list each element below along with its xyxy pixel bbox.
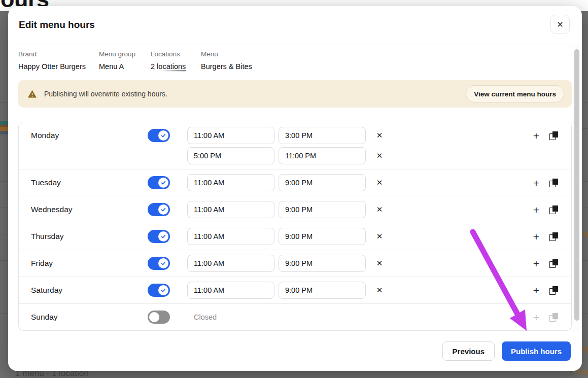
remove-slot-button[interactable]: ✕: [374, 231, 385, 242]
modal-title: Edit menu hours: [19, 19, 95, 30]
meta-value: Happy Otter Burgers: [18, 62, 99, 71]
add-slot-button[interactable]: +: [533, 258, 539, 269]
remove-icon: ✕: [376, 151, 383, 160]
view-current-menu-hours-button[interactable]: View current menu hours: [466, 85, 564, 102]
meta-label: Menu group: [99, 50, 151, 58]
end-time-input[interactable]: [279, 255, 366, 272]
toggle-cell: [148, 304, 170, 330]
row-actions: +: [533, 277, 571, 303]
toggle-check-icon: [158, 130, 168, 141]
row-actions: +: [533, 223, 571, 250]
day-enabled-toggle[interactable]: [148, 257, 170, 270]
copy-hours-button[interactable]: [549, 286, 558, 295]
copy-hours-button[interactable]: [549, 259, 558, 268]
day-enabled-toggle[interactable]: [148, 203, 170, 216]
copy-icon: [549, 259, 558, 268]
add-slot-button[interactable]: +: [533, 285, 539, 296]
add-slot-button[interactable]: +: [533, 204, 539, 215]
start-time-input[interactable]: [187, 282, 274, 299]
copy-hours-button[interactable]: [549, 205, 558, 214]
day-enabled-toggle[interactable]: [148, 129, 170, 142]
modal-footer: Previous Publish hours: [8, 331, 582, 371]
day-row-saturday: Saturday✕+: [19, 277, 571, 304]
locations-link[interactable]: 2 locations: [151, 62, 201, 71]
end-time-input[interactable]: [279, 228, 366, 245]
plus-icon: +: [533, 231, 539, 243]
plus-icon: +: [533, 258, 539, 269]
start-time-input[interactable]: [187, 127, 274, 144]
toggle-check-icon: [158, 231, 168, 242]
end-time-input[interactable]: [279, 282, 366, 299]
previous-button[interactable]: Previous: [442, 341, 495, 361]
remove-slot-button[interactable]: ✕: [374, 285, 385, 295]
remove-slot-button[interactable]: ✕: [374, 178, 385, 188]
end-time-input[interactable]: [279, 174, 366, 191]
start-time-input[interactable]: [187, 147, 274, 164]
meta-brand: Brand Happy Otter Burgers: [18, 50, 99, 71]
plus-icon: +: [533, 130, 539, 142]
copy-hours-button: [549, 313, 558, 322]
day-row-monday: Monday✕✕+: [19, 122, 571, 169]
day-label: Friday: [31, 250, 148, 277]
add-slot-button: +: [533, 312, 539, 323]
day-label: Wednesday: [31, 196, 148, 223]
day-enabled-toggle[interactable]: [148, 311, 170, 324]
time-slots: ✕: [187, 169, 385, 196]
meta-label: Menu: [201, 50, 252, 58]
start-time-input[interactable]: [187, 228, 274, 245]
toggle-cell: [148, 223, 170, 250]
toggle-check-icon: [158, 285, 168, 295]
toggle-cell: [148, 196, 170, 223]
remove-icon: ✕: [376, 178, 383, 187]
meta-locations: Locations 2 locations: [151, 50, 201, 71]
remove-slot-button[interactable]: ✕: [374, 258, 385, 268]
closed-label: Closed: [194, 304, 217, 330]
start-time-input[interactable]: [187, 174, 274, 191]
end-time-input[interactable]: [279, 201, 366, 218]
copy-hours-button[interactable]: [549, 232, 558, 241]
day-label: Tuesday: [31, 169, 148, 196]
day-row-tuesday: Tuesday✕+: [19, 169, 571, 196]
copy-icon: [549, 232, 558, 241]
toggle-check-icon: [158, 258, 168, 268]
start-time-input[interactable]: [187, 255, 274, 272]
toggle-cell: [148, 169, 170, 196]
start-time-input[interactable]: [187, 201, 274, 218]
row-actions: +: [533, 122, 571, 149]
time-slot: ✕: [187, 282, 385, 299]
publish-hours-button[interactable]: Publish hours: [502, 341, 571, 361]
modal-body: Brand Happy Otter Burgers Menu group Men…: [8, 45, 582, 331]
plus-icon: +: [533, 312, 539, 323]
meta-menu: Menu Burgers & Bites: [201, 50, 252, 71]
time-slot: ✕: [187, 147, 385, 164]
day-enabled-toggle[interactable]: [148, 176, 170, 189]
add-slot-button[interactable]: +: [533, 130, 539, 141]
add-slot-button[interactable]: +: [533, 231, 539, 242]
scrollbar-thumb[interactable]: [574, 49, 579, 321]
close-button[interactable]: ✕: [550, 15, 570, 34]
scrollbar-track[interactable]: [573, 45, 580, 331]
close-icon: ✕: [557, 20, 563, 29]
plus-icon: +: [533, 177, 539, 189]
time-slot: ✕: [187, 228, 385, 245]
remove-slot-button[interactable]: ✕: [374, 151, 385, 161]
remove-slot-button[interactable]: ✕: [374, 130, 385, 141]
remove-slot-button[interactable]: ✕: [374, 204, 385, 215]
edit-menu-hours-modal: Edit menu hours ✕ Brand Happy Otter Burg…: [8, 6, 582, 371]
day-enabled-toggle[interactable]: [148, 230, 170, 243]
end-time-input[interactable]: [279, 147, 366, 164]
modal-header: Edit menu hours ✕: [8, 6, 582, 45]
add-slot-button[interactable]: +: [533, 178, 539, 188]
copy-hours-button[interactable]: [549, 131, 558, 140]
copy-icon: [549, 131, 558, 140]
remove-icon: ✕: [376, 286, 383, 295]
hours-table: Monday✕✕+Tuesday✕+Wednesday✕+Thursday✕+F…: [18, 122, 572, 331]
warning-banner-message: Publishing will overwrite existing hours…: [44, 90, 167, 98]
end-time-input[interactable]: [279, 127, 366, 144]
time-slot: ✕: [187, 201, 385, 218]
copy-hours-button[interactable]: [549, 179, 558, 187]
background-food-thumbnail: [0, 121, 8, 134]
toggle-cell: [148, 250, 170, 277]
meta-menu-group: Menu group Menu A: [99, 50, 151, 71]
day-enabled-toggle[interactable]: [148, 284, 170, 297]
